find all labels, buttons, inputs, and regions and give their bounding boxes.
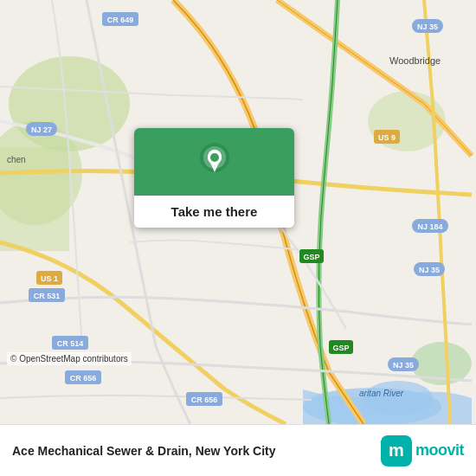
moovit-icon: m: [381, 435, 412, 466]
svg-text:CR 656: CR 656: [191, 396, 218, 404]
svg-text:Woodbridge: Woodbridge: [389, 55, 441, 66]
location-pin-icon: [199, 142, 230, 182]
svg-point-44: [210, 153, 219, 162]
moovit-text: moovit: [415, 441, 464, 460]
business-name: Ace Mechanical Sewer & Drain, New York C…: [12, 444, 276, 458]
svg-text:CR 656: CR 656: [70, 374, 97, 383]
svg-text:NJ 35: NJ 35: [419, 266, 440, 274]
info-text: Ace Mechanical Sewer & Drain, New York C…: [12, 444, 276, 458]
info-bar: Ace Mechanical Sewer & Drain, New York C…: [0, 424, 476, 476]
svg-text:US 9: US 9: [378, 133, 396, 142]
svg-text:GSP: GSP: [303, 253, 319, 261]
map-container: CR 649 NJ 35 Woodbridge NJ 27 US 1 US 9 …: [0, 0, 476, 424]
svg-text:NJ 35: NJ 35: [417, 23, 438, 31]
take-me-there-card[interactable]: Take me there: [134, 128, 294, 228]
svg-text:NJ 184: NJ 184: [417, 222, 442, 231]
svg-text:CR 531: CR 531: [34, 292, 61, 300]
svg-text:aritan River: aritan River: [359, 389, 404, 398]
moovit-logo: m moovit: [381, 435, 464, 466]
svg-text:NJ 27: NJ 27: [31, 125, 52, 134]
svg-text:CR 649: CR 649: [107, 16, 134, 24]
svg-text:NJ 35: NJ 35: [393, 361, 414, 370]
svg-text:US 1: US 1: [41, 274, 58, 283]
map-attribution: © OpenStreetMap contributors: [7, 352, 132, 365]
svg-text:chen: chen: [7, 155, 26, 164]
svg-text:CR 514: CR 514: [57, 339, 84, 348]
svg-text:GSP: GSP: [332, 344, 349, 352]
card-map-area: [134, 128, 294, 196]
take-me-there-label: Take me there: [134, 196, 294, 228]
